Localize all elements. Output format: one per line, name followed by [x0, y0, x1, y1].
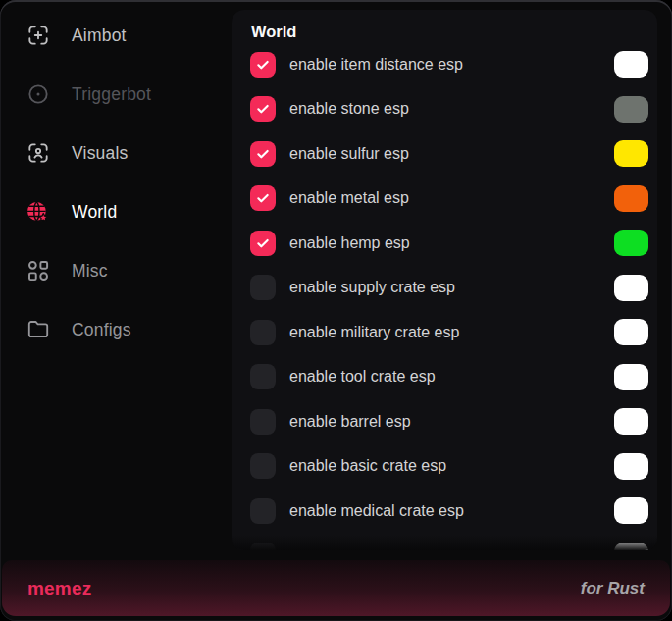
checkbox[interactable] [250, 185, 276, 211]
table-row-clipped [232, 534, 657, 551]
sidebar: Aimbot Triggerbot Visuals World Misc Con… [0, 6, 230, 359]
checkbox[interactable] [250, 543, 276, 550]
color-swatch[interactable] [614, 275, 648, 301]
check-icon [255, 235, 271, 251]
setting-label: enable sulfur esp [289, 145, 409, 163]
sidebar-item-world[interactable]: World [0, 182, 230, 241]
color-swatch[interactable] [614, 364, 648, 390]
checkbox[interactable] [250, 409, 276, 435]
setting-label: enable supply crate esp [289, 279, 455, 296]
color-swatch[interactable] [614, 408, 648, 435]
settings-list: enable item distance esp enable stone es… [232, 42, 657, 550]
sidebar-item-misc[interactable]: Misc [0, 241, 230, 300]
table-row: enable supply crate esp [232, 266, 657, 311]
checkbox[interactable] [250, 141, 276, 167]
color-swatch[interactable] [614, 319, 648, 345]
panel-title: World [251, 23, 657, 41]
color-swatch[interactable] [614, 230, 648, 256]
table-row: enable metal esp [232, 177, 657, 222]
sidebar-item-label: World [72, 202, 117, 223]
folder-icon [25, 317, 51, 343]
color-swatch[interactable] [614, 543, 648, 550]
sidebar-item-label: Configs [72, 320, 131, 340]
setting-label: enable item distance esp [289, 56, 463, 74]
brand-subtitle: for Rust [581, 579, 645, 598]
footer-bar: memez for Rust [2, 560, 670, 616]
table-row: enable stone esp [232, 87, 657, 132]
world-panel: World enable item distance esp enable st… [232, 10, 657, 550]
table-row: enable item distance esp [232, 42, 657, 87]
table-row: enable barrel esp [232, 399, 657, 444]
table-row: enable sulfur esp [232, 131, 657, 177]
color-swatch[interactable] [614, 140, 648, 167]
check-icon [255, 146, 271, 162]
grid-category-icon [25, 258, 51, 285]
checkbox[interactable] [250, 231, 276, 256]
color-swatch[interactable] [614, 453, 648, 480]
target-dot-icon [25, 81, 51, 108]
sidebar-item-triggerbot[interactable]: Triggerbot [0, 65, 230, 124]
checkbox[interactable] [250, 52, 276, 78]
sidebar-item-label: Aimbot [72, 26, 127, 46]
setting-label: enable hemp esp [289, 234, 410, 252]
sidebar-item-visuals[interactable]: Visuals [0, 124, 230, 182]
setting-label: enable military crate esp [289, 324, 459, 341]
sidebar-item-label: Visuals [72, 143, 129, 164]
table-row: enable tool crate esp [232, 355, 657, 400]
setting-label: enable barrel esp [289, 413, 411, 431]
sidebar-item-aimbot[interactable]: Aimbot [0, 6, 230, 65]
setting-label: enable stone esp [289, 100, 409, 118]
checkbox[interactable] [250, 96, 276, 122]
sidebar-item-label: Triggerbot [72, 84, 151, 105]
color-swatch[interactable] [614, 96, 648, 123]
person-scan-icon [25, 140, 51, 167]
color-swatch[interactable] [614, 185, 648, 212]
cheat-menu-window: Aimbot Triggerbot Visuals World Misc Con… [0, 0, 672, 621]
checkbox[interactable] [250, 453, 276, 479]
setting-label: enable tool crate esp [289, 368, 436, 386]
checkbox[interactable] [250, 275, 276, 300]
table-row: enable hemp esp [232, 221, 657, 266]
brand-label: memez [27, 578, 91, 599]
sidebar-item-label: Misc [72, 261, 108, 282]
checkbox[interactable] [250, 320, 276, 345]
globe-star-icon [25, 199, 51, 226]
check-icon [255, 57, 271, 73]
setting-label: enable metal esp [289, 189, 409, 207]
setting-label: enable basic crate esp [289, 457, 446, 475]
check-icon [255, 101, 271, 117]
color-swatch[interactable] [614, 51, 648, 78]
check-icon [255, 190, 271, 206]
color-swatch[interactable] [614, 497, 648, 524]
checkbox[interactable] [250, 364, 276, 389]
table-row: enable military crate esp [232, 310, 657, 355]
table-row: enable basic crate esp [232, 444, 657, 490]
crosshair-plus-icon [25, 23, 51, 49]
table-row: enable medical crate esp [232, 489, 657, 534]
checkbox[interactable] [250, 498, 276, 524]
sidebar-item-configs[interactable]: Configs [0, 300, 230, 359]
setting-label: enable medical crate esp [289, 502, 464, 520]
